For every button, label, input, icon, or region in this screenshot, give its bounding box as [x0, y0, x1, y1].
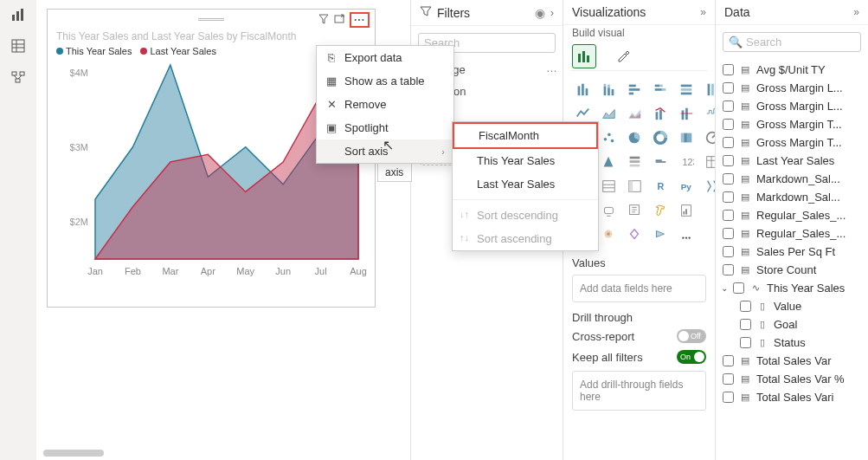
field-item[interactable]: ▤Total Sales Var %	[721, 370, 863, 388]
focus-mode-icon[interactable]	[334, 14, 344, 27]
field-checkbox[interactable]	[723, 155, 734, 166]
viz-type-button[interactable]	[650, 152, 671, 172]
viz-type-button[interactable]	[624, 225, 645, 244]
field-item[interactable]: ▤Gross Margin T...	[721, 115, 863, 133]
menu-remove[interactable]: ✕Remove	[317, 93, 453, 116]
viz-type-button[interactable]	[598, 225, 619, 244]
eye-icon[interactable]: ◉	[535, 6, 545, 20]
viz-type-button[interactable]	[702, 177, 716, 196]
more-options-button[interactable]: ···	[350, 12, 370, 28]
viz-type-button[interactable]	[624, 80, 645, 99]
viz-type-button[interactable]	[572, 80, 593, 99]
viz-type-button[interactable]	[702, 80, 716, 99]
field-item[interactable]: ▯Value	[721, 297, 863, 315]
viz-type-button[interactable]	[676, 80, 697, 99]
menu-spotlight[interactable]: ▣Spotlight	[317, 116, 453, 139]
viz-type-button[interactable]	[676, 104, 697, 123]
viz-type-button[interactable]	[702, 104, 716, 123]
canvas-scrollbar[interactable]	[43, 450, 104, 457]
viz-type-button[interactable]	[676, 225, 697, 244]
viz-type-button[interactable]	[702, 225, 716, 244]
collapse-data-icon[interactable]: »	[853, 6, 859, 18]
field-item[interactable]: ▯Goal	[721, 315, 863, 334]
field-item[interactable]: ▤Store Count	[721, 261, 863, 279]
submenu-fiscal-month[interactable]: FiscalMonth	[453, 122, 598, 149]
viz-type-button[interactable]	[598, 104, 619, 123]
menu-show-as-table[interactable]: ▦Show as a table	[317, 69, 453, 93]
viz-type-button[interactable]	[598, 128, 619, 147]
build-visual-tab[interactable]	[572, 44, 596, 68]
field-item[interactable]: ▤Gross Margin L...	[721, 97, 863, 115]
submenu-sort-desc[interactable]: ↓↑Sort descending	[453, 204, 598, 227]
field-checkbox[interactable]	[723, 264, 734, 275]
field-checkbox[interactable]	[733, 282, 744, 294]
field-checkbox[interactable]	[723, 373, 734, 385]
viz-type-button[interactable]	[624, 177, 645, 196]
field-checkbox[interactable]	[723, 246, 734, 257]
model-view-icon[interactable]	[9, 68, 28, 87]
viz-type-button[interactable]	[702, 128, 716, 147]
drag-handle-icon[interactable]	[198, 18, 224, 21]
data-view-icon[interactable]	[9, 36, 28, 55]
viz-type-button[interactable]	[650, 225, 671, 244]
field-checkbox[interactable]	[740, 337, 751, 348]
filter-icon[interactable]	[318, 14, 329, 27]
field-item[interactable]: ▯Status	[721, 334, 863, 352]
viz-type-button[interactable]	[598, 152, 619, 172]
field-item[interactable]: ▤Markdown_Sal...	[721, 170, 863, 188]
viz-type-button[interactable]	[572, 104, 593, 123]
field-checkbox[interactable]	[723, 191, 734, 203]
submenu-sort-asc[interactable]: ↑↓Sort ascending	[453, 227, 598, 250]
hierarchy-item[interactable]: ⌄∿This Year Sales	[721, 279, 863, 297]
viz-type-button[interactable]	[624, 152, 645, 172]
submenu-last-year-sales[interactable]: Last Year Sales	[453, 172, 598, 196]
viz-type-button[interactable]	[598, 201, 619, 220]
viz-type-button[interactable]: R	[650, 177, 671, 196]
viz-type-button[interactable]	[624, 104, 645, 123]
viz-type-button[interactable]	[624, 201, 645, 220]
field-item[interactable]: ▤Regular_Sales_...	[721, 224, 863, 243]
field-checkbox[interactable]	[723, 210, 734, 221]
viz-type-button[interactable]	[650, 128, 671, 147]
field-item[interactable]: ▤Avg $/Unit TY	[721, 61, 863, 79]
submenu-this-year-sales[interactable]: This Year Sales	[453, 149, 598, 172]
field-checkbox[interactable]	[723, 100, 734, 112]
field-checkbox[interactable]	[723, 119, 734, 130]
field-checkbox[interactable]	[723, 228, 734, 239]
viz-type-button[interactable]	[676, 201, 697, 220]
collapse-viz-icon[interactable]: »	[700, 6, 706, 18]
viz-type-button[interactable]	[598, 80, 619, 99]
viz-type-button[interactable]: 123	[676, 152, 697, 172]
keep-filters-toggle[interactable]: On	[677, 350, 706, 364]
field-checkbox[interactable]	[723, 392, 734, 403]
viz-type-button[interactable]	[598, 177, 619, 196]
field-checkbox[interactable]	[723, 173, 734, 185]
field-checkbox[interactable]	[740, 301, 751, 312]
viz-type-button[interactable]	[702, 152, 716, 172]
viz-type-button[interactable]	[650, 104, 671, 123]
field-item[interactable]: ▤Gross Margin T...	[721, 133, 863, 152]
field-item[interactable]: ▤Markdown_Sal...	[721, 188, 863, 206]
filter-card-more-icon[interactable]: …	[546, 62, 557, 75]
field-item[interactable]: ▤Gross Margin L...	[721, 79, 863, 97]
values-well[interactable]: Add data fields here	[572, 275, 706, 302]
cross-report-toggle[interactable]: Off	[677, 329, 706, 343]
menu-export-data[interactable]: ⎘Export data	[317, 46, 453, 69]
viz-type-button[interactable]: Py	[676, 177, 697, 196]
field-checkbox[interactable]	[723, 82, 734, 94]
viz-type-button[interactable]	[624, 128, 645, 147]
collapse-filters-icon[interactable]: ›	[550, 7, 554, 19]
viz-type-button[interactable]	[650, 201, 671, 220]
viz-type-button[interactable]	[650, 80, 671, 99]
field-item[interactable]: ▤Regular_Sales_...	[721, 206, 863, 224]
field-checkbox[interactable]	[723, 137, 734, 148]
field-item[interactable]: ▤Sales Per Sq Ft	[721, 243, 863, 261]
field-item[interactable]: ▤Last Year Sales	[721, 152, 863, 170]
field-item[interactable]: ▤Total Sales Vari	[721, 388, 863, 406]
viz-type-button[interactable]	[702, 201, 716, 220]
menu-sort-axis[interactable]: Sort axis›	[317, 139, 453, 163]
data-search-input[interactable]: 🔍 Search	[723, 32, 861, 52]
field-item[interactable]: ▤Total Sales Var	[721, 352, 863, 370]
format-visual-tab[interactable]	[612, 44, 636, 68]
drill-through-well[interactable]: Add drill-through fields here	[572, 371, 706, 411]
